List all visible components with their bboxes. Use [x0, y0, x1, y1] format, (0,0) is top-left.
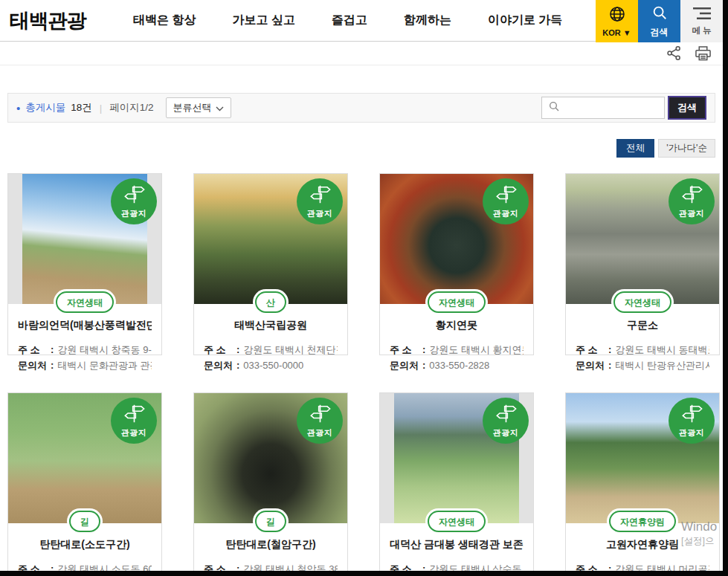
- print-icon[interactable]: [695, 45, 712, 61]
- address-value: 강원도 태백시 머리골길 153: [615, 561, 709, 571]
- contact-value: 033-550-0000: [243, 357, 303, 373]
- header-search-label: 검색: [651, 26, 669, 39]
- card-body: 바람의언덕(매봉산풍력발전단지) 주 소 : 강원 태백시 창죽동 9-384 …: [8, 304, 161, 374]
- tour-spot-badge: 관광지: [297, 398, 343, 444]
- tour-spot-label: 관광지: [307, 208, 333, 219]
- category-pill: 길: [255, 511, 286, 532]
- sort-all-button[interactable]: 전체: [616, 139, 654, 158]
- nav-item-5[interactable]: 이야기로 가득: [488, 13, 562, 28]
- nav-item-4[interactable]: 함께하는: [404, 13, 451, 28]
- header-buttons: KOR ▼ 검색 메 뉴: [596, 0, 723, 42]
- address-label: 주 소: [18, 561, 51, 571]
- contact-label: 문의처: [390, 357, 422, 373]
- place-info: 주 소 : 강원도 태백시 황지연못길 12 문의처 : 033-550-282…: [390, 342, 524, 374]
- tour-spot-badge: 관광지: [297, 178, 343, 224]
- category-label: 자연생태: [439, 297, 474, 308]
- place-card[interactable]: 관광지 자연생태 구문소 주 소 : 강원도 태백시 동태백로 11 문의처 :…: [565, 173, 720, 355]
- place-card[interactable]: 관광지 자연생태 바람의언덕(매봉산풍력발전단지) 주 소 : 강원 태백시 창…: [7, 173, 162, 355]
- contact-row: 문의처 : 033-550-0000: [204, 357, 338, 373]
- site-logo[interactable]: 태백관광: [10, 7, 86, 34]
- search-submit-button[interactable]: 검색: [668, 96, 706, 120]
- colon: :: [422, 357, 425, 373]
- separator: |: [100, 103, 103, 114]
- search-icon: [651, 4, 668, 23]
- address-row: 주 소 : 강원 태백시 철암동 380-5: [204, 561, 338, 571]
- contact-value: 033-550-2828: [429, 357, 489, 373]
- address-value: 강원도 태백시 천제단길 166: [243, 342, 338, 357]
- address-label: 주 소: [576, 342, 608, 357]
- category-pill: 길: [69, 511, 100, 532]
- place-info: 주 소 : 강원도 태백시 머리골길 153 문의처 : 033-582-744…: [576, 561, 709, 571]
- place-card[interactable]: 관광지 자연생태 대덕산 금대봉 생태경관 보존지역 주 소 : 강원도 태백시…: [379, 392, 534, 571]
- tour-spot-badge: 관광지: [483, 398, 529, 444]
- tour-spot-label: 관광지: [121, 427, 147, 439]
- category-select[interactable]: 분류선택: [166, 97, 231, 118]
- language-label: KOR ▼: [602, 28, 631, 37]
- place-title[interactable]: 대덕산 금대봉 생태경관 보존지역: [390, 538, 524, 551]
- contact-value: 태백시 탄광유산관리사업소(03…: [615, 357, 709, 373]
- total-posts-count: 18건: [71, 101, 92, 114]
- address-value: 강원 태백시 소도동 60: [57, 561, 152, 571]
- place-card[interactable]: 관광지 길 탄탄대로(철암구간) 주 소 : 강원 태백시 철암동 380-5 …: [193, 392, 348, 571]
- place-info: 주 소 : 강원도 태백시 동태백로 11 문의처 : 태백시 탄광유산관리사업…: [576, 342, 709, 374]
- place-info: 주 소 : 강원도 태백시 삼수동 일대 문의처 : 033-550-2061: [390, 561, 524, 571]
- contact-row: 문의처 : 033-550-2828: [390, 357, 524, 373]
- category-pill: 산: [255, 291, 286, 313]
- hamburger-menu-icon: [692, 7, 712, 22]
- place-card[interactable]: 관광지 자연생태 황지연못 주 소 : 강원도 태백시 황지연못길 12 문의처…: [379, 173, 534, 355]
- menu-button[interactable]: 메 뉴: [680, 0, 723, 42]
- address-row: 주 소 : 강원도 태백시 삼수동 일대: [390, 561, 524, 571]
- contact-row: 문의처 : 태백시 탄광유산관리사업소(03…: [576, 357, 709, 373]
- contact-label: 문의처: [18, 357, 51, 373]
- address-row: 주 소 : 강원도 태백시 머리골길 153: [576, 561, 709, 571]
- place-title[interactable]: 구문소: [576, 319, 709, 332]
- contact-row: 문의처 : 태백시 문화관광과 관광정책팀(…: [18, 357, 152, 373]
- contact-label: 문의처: [204, 357, 236, 373]
- search-icon: [548, 100, 560, 115]
- colon: :: [608, 561, 611, 571]
- address-label: 주 소: [18, 342, 51, 357]
- place-info: 주 소 : 강원도 태백시 천제단길 166 문의처 : 033-550-000…: [204, 342, 338, 374]
- category-label: 자연생태: [625, 297, 660, 308]
- signpost-icon: [123, 184, 146, 207]
- language-button[interactable]: KOR ▼: [596, 0, 638, 42]
- globe-icon: [608, 5, 626, 25]
- place-title[interactable]: 탄탄대로(철암구간): [204, 538, 338, 551]
- utility-row: [0, 42, 723, 65]
- header-search-button[interactable]: 검색: [638, 0, 680, 42]
- nav-item-1[interactable]: 태백은 항상: [133, 13, 196, 28]
- tour-spot-badge: 관광지: [483, 178, 529, 224]
- address-row: 주 소 : 강원도 태백시 황지연못길 12: [390, 342, 524, 357]
- address-label: 주 소: [390, 342, 422, 357]
- place-title[interactable]: 황지연못: [390, 319, 524, 332]
- place-card[interactable]: 관광지 산 태백산국립공원 주 소 : 강원도 태백시 천제단길 166 문의처…: [193, 173, 348, 355]
- category-pill: 자연생태: [613, 291, 671, 313]
- tour-spot-badge: 관광지: [669, 178, 715, 224]
- search-input[interactable]: [564, 103, 658, 114]
- place-card[interactable]: 관광지 자연휴양림 고원자연휴양림 주 소 : 강원도 태백시 머리골길 153…: [565, 392, 720, 571]
- place-title[interactable]: 태백산국립공원: [204, 319, 338, 332]
- tour-spot-badge: 관광지: [111, 398, 157, 444]
- card-body: 태백산국립공원 주 소 : 강원도 태백시 천제단길 166 문의처 : 033…: [194, 304, 347, 374]
- nav-item-3[interactable]: 즐겁고: [332, 13, 367, 28]
- list-summary: • 총게시물 18건 | 페이지1/2 분류선택: [16, 97, 231, 118]
- share-icon[interactable]: [666, 45, 682, 61]
- tour-spot-label: 관광지: [493, 427, 519, 439]
- main-nav: 태백은 항상 가보고 싶고 즐겁고 함께하는 이야기로 가득: [133, 13, 562, 28]
- place-photo: 관광지 자연생태: [380, 393, 533, 523]
- category-pill: 자연휴양림: [609, 511, 676, 532]
- place-title[interactable]: 탄탄대로(소도구간): [18, 538, 152, 551]
- sort-alphabetical-button[interactable]: '가나다'순: [658, 139, 715, 158]
- category-select-value: 분류선택: [173, 101, 212, 114]
- signpost-icon: [123, 404, 146, 427]
- tour-spot-label: 관광지: [121, 208, 147, 219]
- tour-spot-label: 관광지: [493, 208, 519, 219]
- category-label: 자연생태: [439, 517, 474, 527]
- list-search: 검색: [541, 96, 706, 120]
- signpost-icon: [680, 404, 703, 427]
- place-card[interactable]: 관광지 길 탄탄대로(소도구간) 주 소 : 강원 태백시 소도동 60 문의처…: [7, 392, 162, 571]
- place-title[interactable]: 고원자연휴양림: [576, 538, 709, 551]
- place-title[interactable]: 바람의언덕(매봉산풍력발전단지): [18, 319, 152, 332]
- nav-item-2[interactable]: 가보고 싶고: [232, 13, 294, 28]
- category-label: 자연생태: [67, 297, 103, 308]
